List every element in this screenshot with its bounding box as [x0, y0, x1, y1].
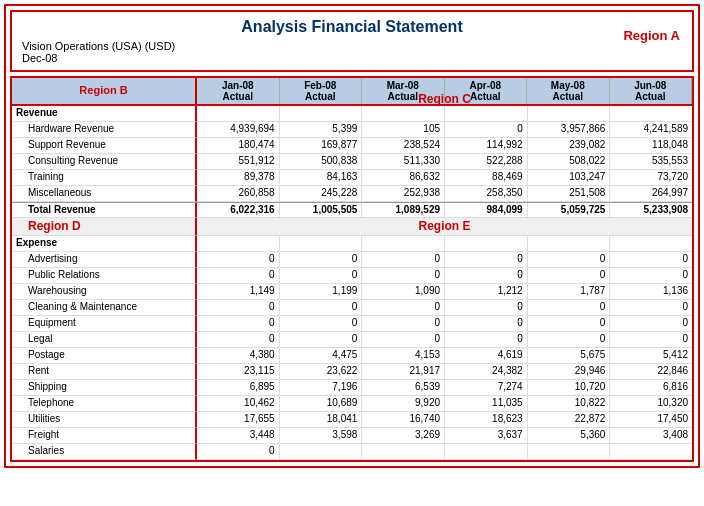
region-b-header: Region B — [12, 78, 197, 106]
expense-data — [197, 236, 692, 252]
region-d-label: Region D — [12, 218, 197, 236]
hardware-revenue-data: 4,939,6945,39910503,957,8664,241,589 — [197, 122, 692, 138]
warehousing-row: Warehousing 1,1491,1991,0901,2121,7871,1… — [12, 284, 692, 300]
rent-label: Rent — [12, 364, 197, 380]
freight-data: 3,4483,5983,2693,6375,3603,408 — [197, 428, 692, 444]
salaries-label: Salaries — [12, 444, 197, 460]
shipping-data: 6,8957,1966,5397,27410,7206,816 — [197, 380, 692, 396]
shipping-row: Shipping 6,8957,1966,5397,27410,7206,816 — [12, 380, 692, 396]
expense-label: Expense — [12, 236, 197, 252]
equipment-label: Equipment — [12, 316, 197, 332]
training-label: Training — [12, 170, 197, 186]
training-data: 89,37884,16386,63288,469103,24773,720 — [197, 170, 692, 186]
salaries-row: Salaries 0 — [12, 444, 692, 460]
column-header-group: Jan-08 Actual Feb-08 Actual Mar-08 Actua… — [197, 78, 692, 106]
misc-data: 260,858245,228252,938258,350251,508264,9… — [197, 186, 692, 202]
expense-section-row: Expense — [12, 236, 692, 252]
support-revenue-row: Support Revenue 180,474169,877238,524114… — [12, 138, 692, 154]
col-label-feb: Feb-08 — [281, 80, 361, 91]
col-sub-jun: Actual — [611, 91, 691, 102]
total-revenue-data: 6,022,3161,005,5051,089,529984,0995,059,… — [197, 203, 692, 218]
shipping-label: Shipping — [12, 380, 197, 396]
telephone-label: Telephone — [12, 396, 197, 412]
column-headers: Region B Jan-08 Actual Feb-08 Actual Mar… — [12, 78, 692, 106]
legal-label: Legal — [12, 332, 197, 348]
equipment-row: Equipment 000000 — [12, 316, 692, 332]
consulting-revenue-data: 551,912500,838511,330522,288508,022535,5… — [197, 154, 692, 170]
support-revenue-label: Support Revenue — [12, 138, 197, 154]
equipment-data: 000000 — [197, 316, 692, 332]
col-sub-feb: Actual — [281, 91, 361, 102]
revenue-data — [197, 106, 692, 122]
consulting-revenue-row: Consulting Revenue 551,912500,838511,330… — [12, 154, 692, 170]
col-header-may: May-08 Actual — [527, 78, 610, 104]
rent-data: 23,11523,62221,91724,38229,94622,846 — [197, 364, 692, 380]
public-relations-label: Public Relations — [12, 268, 197, 284]
date-text: Dec-08 — [22, 52, 682, 64]
utilities-data: 17,65518,04116,74018,62322,87217,450 — [197, 412, 692, 428]
col-label-jan: Jan-08 — [198, 80, 278, 91]
support-revenue-data: 180,474169,877238,524114,992239,082118,0… — [197, 138, 692, 154]
region-e-placeholder: Region E — [197, 218, 692, 236]
misc-row: Miscellaneous 260,858245,228252,938258,3… — [12, 186, 692, 202]
telephone-data: 10,46210,6899,92011,03510,82210,320 — [197, 396, 692, 412]
data-rows: Revenue Hardware Revenue 4,939,6945,3991… — [12, 106, 692, 460]
cleaning-data: 000000 — [197, 300, 692, 316]
col-label-apr: Apr-08 — [446, 80, 526, 91]
postage-row: Postage 4,3804,4754,1534,6195,6755,412 — [12, 348, 692, 364]
legal-row: Legal 000000 — [12, 332, 692, 348]
subtitle-text: Vision Operations (USA) (USD) — [22, 40, 175, 52]
telephone-row: Telephone 10,46210,6899,92011,03510,8221… — [12, 396, 692, 412]
col-label-may: May-08 — [528, 80, 608, 91]
hardware-revenue-row: Hardware Revenue 4,939,6945,39910503,957… — [12, 122, 692, 138]
salaries-data: 0 — [197, 444, 692, 460]
total-revenue-label: Total Revenue — [12, 203, 197, 218]
public-relations-data: 000000 — [197, 268, 692, 284]
misc-label: Miscellaneous — [12, 186, 197, 202]
region-e-label: Region E — [197, 218, 692, 235]
subtitle: Vision Operations (USA) (USD) — [22, 40, 682, 52]
public-relations-row: Public Relations 000000 — [12, 268, 692, 284]
utilities-label: Utilities — [12, 412, 197, 428]
cleaning-row: Cleaning & Maintenance 000000 — [12, 300, 692, 316]
col-label-jun: Jun-08 — [611, 80, 691, 91]
consulting-revenue-label: Consulting Revenue — [12, 154, 197, 170]
warehousing-label: Warehousing — [12, 284, 197, 300]
total-revenue-row: Total Revenue 6,022,3161,005,5051,089,52… — [12, 202, 692, 218]
region-c-label: Region C — [418, 92, 471, 106]
cleaning-label: Cleaning & Maintenance — [12, 300, 197, 316]
hardware-revenue-label: Hardware Revenue — [12, 122, 197, 138]
postage-label: Postage — [12, 348, 197, 364]
region-a-label: Region A — [623, 28, 680, 43]
freight-row: Freight 3,4483,5983,2693,6375,3603,408 — [12, 428, 692, 444]
main-title: Analysis Financial Statement — [22, 18, 682, 36]
revenue-section-row: Revenue — [12, 106, 692, 122]
region-d-row: Region D Region E — [12, 218, 692, 236]
col-header-feb: Feb-08 Actual — [280, 78, 363, 104]
outer-wrapper: Analysis Financial Statement Vision Oper… — [4, 4, 700, 468]
col-label-mar: Mar-08 — [363, 80, 443, 91]
col-header-jan: Jan-08 Actual — [197, 78, 280, 104]
utilities-row: Utilities 17,65518,04116,74018,62322,872… — [12, 412, 692, 428]
freight-label: Freight — [12, 428, 197, 444]
col-header-jun: Jun-08 Actual — [610, 78, 693, 104]
training-row: Training 89,37884,16386,63288,469103,247… — [12, 170, 692, 186]
col-sub-jan: Actual — [198, 91, 278, 102]
revenue-label: Revenue — [12, 106, 197, 122]
rent-row: Rent 23,11523,62221,91724,38229,94622,84… — [12, 364, 692, 380]
postage-data: 4,3804,4754,1534,6195,6755,412 — [197, 348, 692, 364]
warehousing-data: 1,1491,1991,0901,2121,7871,136 — [197, 284, 692, 300]
advertising-label: Advertising — [12, 252, 197, 268]
legal-data: 000000 — [197, 332, 692, 348]
col-sub-may: Actual — [528, 91, 608, 102]
advertising-data: 000000 — [197, 252, 692, 268]
region-a: Analysis Financial Statement Vision Oper… — [10, 10, 694, 72]
main-table: Region B Jan-08 Actual Feb-08 Actual Mar… — [10, 76, 694, 462]
advertising-row: Advertising 000000 — [12, 252, 692, 268]
